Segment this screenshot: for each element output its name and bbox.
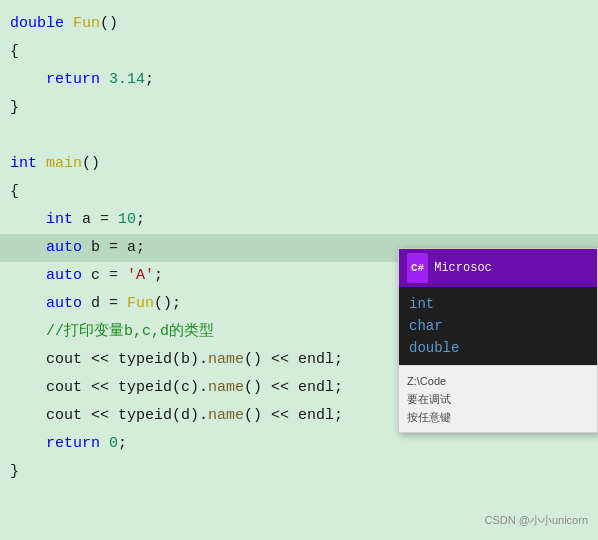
popup-info-line2: 按任意键 (407, 408, 589, 426)
code-line: } (0, 94, 598, 122)
popup-type-double: double (409, 337, 587, 359)
code-line (0, 122, 598, 150)
popup-path: Z:\Code (407, 372, 589, 390)
code-line: return 3.14; (0, 66, 598, 94)
popup-info-line1: 要在调试 (407, 390, 589, 408)
popup-type-int: int (409, 293, 587, 315)
popup-title: Microsoc (434, 254, 492, 282)
popup-logo: C# (407, 253, 428, 283)
code-editor: double Fun(){ return 3.14;} int main(){ … (0, 0, 598, 540)
popup-header: C# Microsoc (399, 249, 597, 287)
debug-popup: C# Microsoc int char double Z:\Code 要在调试… (398, 248, 598, 433)
code-line: int main() (0, 150, 598, 178)
popup-body: int char double (399, 287, 597, 365)
popup-type-char: char (409, 315, 587, 337)
code-line: { (0, 178, 598, 206)
code-line: double Fun() (0, 10, 598, 38)
popup-info: Z:\Code 要在调试 按任意键 (399, 365, 597, 432)
code-line: int a = 10; (0, 206, 598, 234)
code-line: } (0, 458, 598, 486)
code-line: return 0; (0, 430, 598, 458)
code-line: { (0, 38, 598, 66)
watermark: CSDN @小小unicorn (485, 506, 588, 534)
